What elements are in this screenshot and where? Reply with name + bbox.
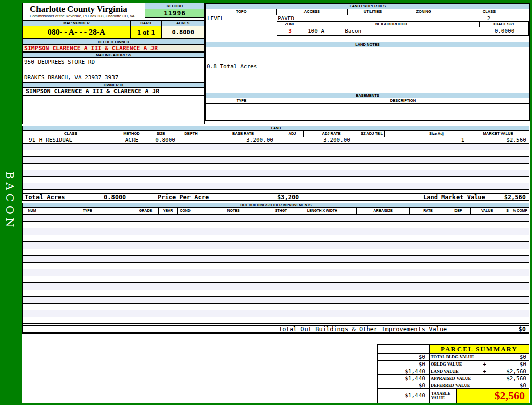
empty-row (23, 164, 529, 170)
land-col-market-value: MARKET VALUE (467, 131, 529, 137)
deferred-value: $0 (489, 382, 529, 388)
parcel-summary-left-header (378, 345, 430, 353)
out-buildings-column-headers: NUM TYPE GRADE YEAR COND NOTES STHGT LEN… (23, 208, 529, 215)
land-col-size-adj: Size Adj (406, 131, 467, 137)
col-class: CLASS (449, 9, 529, 15)
ob-col-type: TYPE (42, 208, 133, 214)
summary-row-appraised: $1,440 APPRAISED VALUE $2,560 (378, 375, 529, 382)
deeded-owner-value: SIMPSON CLARENCE A III & CLARENCE A JR (23, 45, 204, 52)
empty-row (23, 157, 529, 164)
easement-type-label: TYPE (206, 98, 277, 103)
land-empty-rows (23, 144, 529, 190)
land-adj-rate-value: 3,200.00 (304, 137, 359, 143)
taxable-label-line2: VALUE (431, 396, 456, 400)
land-blank-value (385, 137, 406, 143)
acres-value: 0.8000 (162, 26, 204, 39)
land-note-text: 0.8 Total Acres (207, 63, 257, 70)
owner-id-value: SIMPSON CLARENCE A III & CLARENCE A JR (23, 88, 204, 96)
land-col-blank (385, 131, 406, 137)
ob-col-value: VALUE (471, 208, 504, 214)
land-table-headers: CLASS METHOD SIZE DEPTH BASE RATE ADJ AD… (23, 131, 529, 137)
land-section: LAND CLASS METHOD SIZE DEPTH BASE RATE A… (22, 126, 529, 201)
land-data-row: 91 H RESIDUAL ACRE 0.8000 3,200.00 3,200… (23, 137, 529, 144)
mailing-address-block: 950 DEUPREES STORE RD DRAKES BRANCH, VA … (23, 58, 204, 82)
land-op: + (480, 368, 489, 374)
empty-row (23, 256, 529, 263)
land-market-value-label: Land Market Value (423, 194, 485, 201)
empty-row (23, 263, 529, 270)
appraised-label: APPRAISED VALUE (430, 375, 480, 382)
summary-row-deferred: $0 DEFERRED VALUE - $0 (378, 382, 529, 389)
land-col-adj-rate: ADJ RATE (304, 131, 359, 137)
summary-row-land: $1,440 LAND VALUE + $2,560 (378, 368, 529, 375)
neighborhood-value: 100 ABacon (303, 27, 480, 35)
out-buildings-section: OUT BUILDINGS/OTHER IMPROVEMENTS NUM TYP… (22, 202, 529, 334)
land-col-sz-adj-tbl: SZ ADJ TBL (359, 131, 385, 137)
empty-row (23, 228, 529, 235)
empty-row (23, 170, 529, 177)
ob-col-grade: GRADE (133, 208, 159, 214)
land-col-adj: ADJ (281, 131, 304, 137)
empty-row (23, 304, 529, 311)
ob-col-length-width: LENGTH X WIDTH (288, 208, 357, 214)
empty-row (23, 317, 529, 325)
neighborhood-code: 100 A (308, 28, 324, 34)
summary-row-total-bldg: $0 TOTAL BLDG VALUE $0 (378, 354, 529, 361)
deeded-owner-header: DEEDED OWNER (23, 39, 204, 45)
land-market-value-total: $2,560 (504, 194, 526, 201)
summary-row-obldg: $0 OBLDG VALUE + $0 (378, 361, 529, 368)
parcel-summary-title: PARCEL SUMMARY (430, 345, 529, 353)
ob-col-pct-comp: % COMP (511, 208, 529, 214)
easements-header: EASEMENTS (206, 93, 529, 98)
card-label: CARD (131, 21, 162, 26)
empty-row (23, 183, 529, 190)
empty-row (23, 249, 529, 256)
col-zoning: ZONING (398, 9, 449, 15)
land-section-header: LAND (23, 126, 529, 131)
record-value: 11996 (145, 9, 204, 18)
land-totals-row: Total Acres 0.8000 Price Per Acre $3,200… (23, 193, 529, 201)
parcel-summary: PARCEL SUMMARY $0 TOTAL BLDG VALUE $0 $0… (377, 344, 529, 403)
empty-row (23, 297, 529, 304)
tract-size-value: 0.0000 (480, 27, 528, 35)
zone-values: 3 100 ABacon 0.0000 (277, 27, 529, 36)
parcel-summary-header-row: PARCEL SUMMARY (378, 345, 529, 354)
neighborhood-label: NEIGHBORHOOD (303, 22, 480, 27)
total-bldg-op (480, 354, 489, 360)
map-number-value-row: 080- - A- - - 28-A 1 of 1 0.8000 (23, 26, 204, 39)
empty-row (23, 177, 529, 183)
out-buildings-header: OUT BUILDINGS/OTHER IMPROVEMENTS (23, 202, 529, 208)
land-col-size: SIZE (144, 131, 177, 137)
map-number-label: MAP NUMBER (23, 21, 131, 26)
county-title-block: Charlotte County Virginia Commissioner o… (23, 3, 145, 20)
empty-row (23, 283, 529, 290)
land-left: $1,440 (378, 368, 430, 374)
owner-card: Charlotte County Virginia Commissioner o… (22, 3, 205, 124)
county-header: Charlotte County Virginia Commissioner o… (23, 3, 204, 21)
deferred-left: $0 (378, 382, 430, 388)
record-label: RECORD (145, 3, 204, 9)
total-bldg-label: TOTAL BLDG VALUE (430, 354, 480, 360)
land-class-value: 91 H RESIDUAL (23, 137, 119, 143)
land-label: LAND VALUE (430, 368, 480, 374)
land-notes-header: LAND NOTES (206, 42, 529, 47)
land-notes-box: 0.8 Total Acres (206, 47, 529, 93)
total-bldg-left: $0 (378, 354, 430, 360)
easements-column-headers: TYPE DESCRIPTION (206, 98, 529, 104)
land-properties-column-headers: TOPO ACCESS UTILITIES ZONING CLASS (206, 9, 529, 15)
empty-row (23, 222, 529, 229)
summary-row-taxable: $1,440 TAXABLE VALUE $2,560 (378, 389, 529, 403)
land-size-value: 0.8000 (144, 137, 177, 143)
record-box: RECORD 11996 (145, 3, 204, 20)
ob-col-area-size: AREA/SIZE (357, 208, 410, 214)
col-utilities: UTILITIES (348, 9, 398, 15)
zone-value: 3 (277, 27, 303, 35)
deferred-label: DEFERRED VALUE (430, 382, 480, 388)
topo-value: LEVEL (207, 15, 224, 22)
land-properties-card: LAND PROPERTIES TOPO ACCESS UTILITIES ZO… (205, 3, 530, 121)
land-depth-value (177, 137, 205, 143)
neighborhood-name: Bacon (345, 28, 361, 34)
col-topo: TOPO (206, 9, 277, 15)
empty-row (23, 269, 529, 276)
land-properties-header: LAND PROPERTIES (206, 4, 529, 9)
